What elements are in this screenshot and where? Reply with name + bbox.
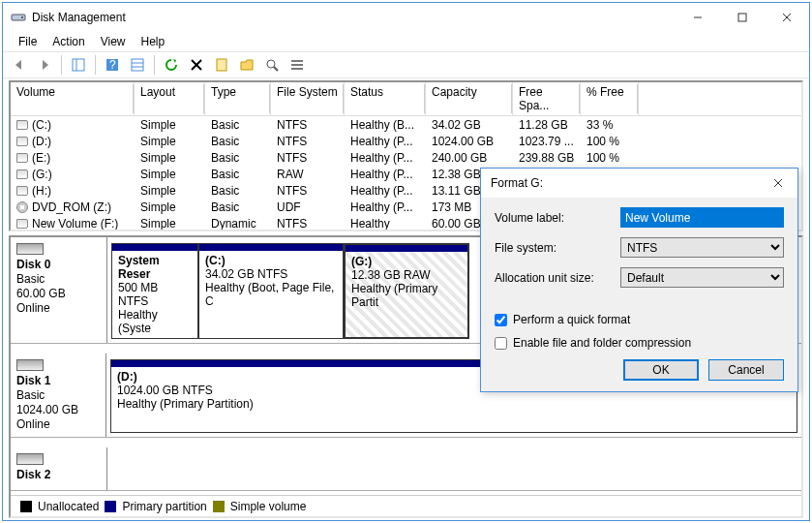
app-icon (11, 10, 26, 25)
ok-button[interactable]: OK (623, 359, 699, 381)
open-icon[interactable] (236, 54, 257, 76)
dialog-title: Format G: (491, 176, 759, 190)
col-volume[interactable]: Volume (11, 82, 135, 115)
legend-swatch-unallocated (20, 501, 32, 512)
format-dialog: Format G: Volume label: File system: NTF… (480, 168, 798, 392)
volume-label-input[interactable] (620, 207, 784, 228)
allocation-unit-select[interactable]: Default (620, 267, 784, 288)
file-system-label: File system: (495, 241, 620, 255)
table-row[interactable]: (D:)SimpleBasicNTFSHealthy (P...1024.00 … (11, 133, 801, 149)
show-hide-tree-icon[interactable] (68, 54, 89, 76)
svg-rect-3 (738, 14, 746, 21)
volume-label-label: Volume label: (495, 211, 620, 225)
svg-rect-20 (291, 68, 303, 70)
close-button[interactable] (765, 3, 809, 32)
menu-action[interactable]: Action (45, 33, 92, 50)
svg-rect-6 (73, 59, 84, 71)
toolbar: ? (3, 51, 809, 78)
dialog-titlebar: Format G: (481, 169, 797, 198)
svg-point-1 (21, 16, 23, 18)
list-settings-icon[interactable] (286, 54, 308, 76)
properties-icon[interactable] (211, 54, 232, 76)
menu-view[interactable]: View (93, 33, 134, 50)
cancel-button[interactable]: Cancel (708, 359, 784, 381)
menu-file[interactable]: File (11, 33, 45, 50)
refresh-icon[interactable] (161, 54, 182, 76)
legend-swatch-primary (105, 501, 116, 512)
legend: Unallocated Primary partition Simple vol… (11, 495, 801, 516)
svg-line-17 (274, 67, 278, 71)
back-icon[interactable] (9, 54, 30, 76)
svg-point-16 (267, 60, 275, 68)
menu-help[interactable]: Help (134, 33, 173, 50)
menubar: File Action View Help (3, 32, 809, 51)
file-system-select[interactable]: NTFS (620, 237, 784, 258)
col-status[interactable]: Status (345, 82, 426, 115)
col-capacity[interactable]: Capacity (426, 82, 513, 115)
window-title: Disk Management (32, 11, 676, 24)
svg-rect-10 (132, 59, 143, 71)
col-free[interactable]: Free Spa... (513, 82, 581, 115)
table-row[interactable]: (C:)SimpleBasicNTFSHealthy (B...34.02 GB… (11, 116, 801, 133)
svg-rect-18 (291, 60, 303, 62)
svg-text:?: ? (109, 58, 116, 72)
partition[interactable]: (C:)34.02 GB NTFSHealthy (Boot, Page Fil… (198, 243, 344, 339)
disk-row: Disk 2 (11, 447, 801, 491)
minimize-button[interactable] (676, 3, 720, 32)
compression-checkbox[interactable] (495, 337, 507, 350)
col-type[interactable]: Type (205, 82, 271, 115)
rescan-icon[interactable] (261, 54, 283, 76)
allocation-unit-label: Allocation unit size: (495, 271, 620, 285)
settings-icon[interactable] (127, 54, 148, 76)
svg-rect-19 (291, 64, 303, 66)
delete-icon[interactable] (186, 54, 207, 76)
partition[interactable]: System Reser500 MB NTFSHealthy (Syste (111, 243, 198, 339)
maximize-button[interactable] (720, 3, 765, 32)
titlebar: Disk Management (3, 3, 809, 32)
dialog-close-button[interactable] (759, 169, 797, 198)
legend-swatch-simple (213, 501, 225, 512)
help-icon[interactable]: ? (102, 54, 123, 76)
col-layout[interactable]: Layout (135, 82, 205, 115)
col-fs[interactable]: File System (271, 82, 345, 115)
col-pct[interactable]: % Free (581, 82, 639, 115)
table-row[interactable]: (E:)SimpleBasicNTFSHealthy (P...240.00 G… (11, 149, 801, 166)
forward-icon[interactable] (34, 54, 55, 76)
svg-rect-15 (217, 59, 226, 71)
partition[interactable]: (G:)12.38 GB RAWHealthy (Primary Partit (344, 243, 469, 339)
quick-format-checkbox[interactable] (495, 314, 507, 326)
